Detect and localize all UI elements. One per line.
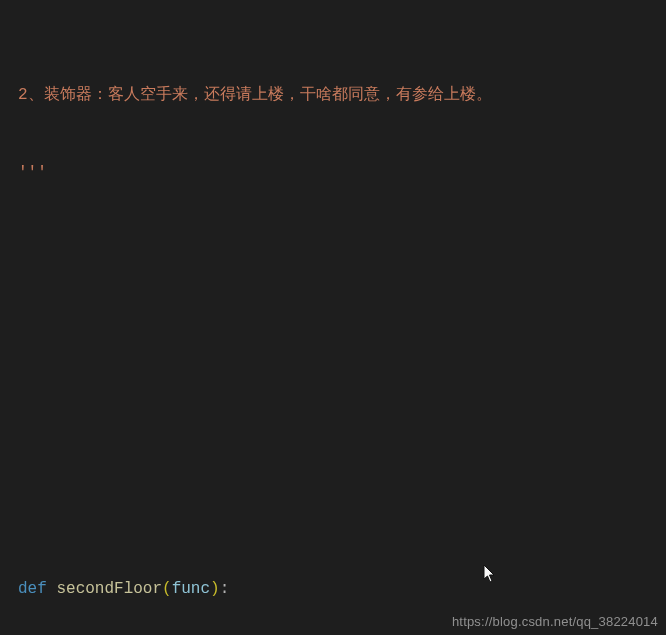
blank-line	[18, 394, 648, 420]
blank-line	[18, 238, 648, 264]
keyword-def: def	[18, 580, 47, 598]
paren-open: (	[162, 580, 172, 598]
param-func: func	[172, 580, 210, 598]
comment-line: 2、装饰器：客人空手来，还得请上楼，干啥都同意，有参给上楼。	[18, 82, 648, 108]
code-editor[interactable]: 2、装饰器：客人空手来，还得请上楼，干啥都同意，有参给上楼。 ''' def s…	[0, 0, 666, 635]
paren-close: )	[210, 580, 220, 598]
watermark-text: https://blog.csdn.net/qq_38224014	[452, 614, 658, 629]
colon: :	[220, 580, 230, 598]
blank-line	[18, 316, 648, 342]
blank-line	[18, 472, 648, 498]
docstring-end: '''	[18, 160, 648, 186]
fn-secondFloor: secondFloor	[56, 580, 162, 598]
mouse-cursor-icon	[483, 564, 499, 589]
def-secondFloor: def secondFloor(func):	[18, 576, 648, 602]
